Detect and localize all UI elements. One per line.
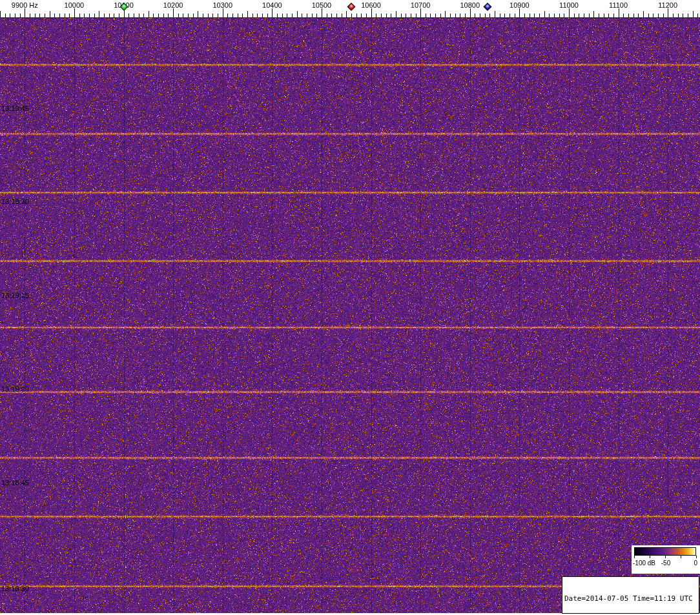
waterfall-spectrogram[interactable] bbox=[0, 18, 700, 613]
freq-label-10900: 10900 bbox=[510, 1, 530, 9]
freq-label-11000: 11000 bbox=[559, 1, 579, 9]
info-box: Date=2014-07-05 Time=11:19 UTC Freq=143 … bbox=[562, 576, 699, 614]
spectrogram-screen: 9900 Hz100001010010200103001040010500106… bbox=[0, 0, 700, 615]
freq-label-10700: 10700 bbox=[411, 1, 431, 9]
freq-label-10200: 10200 bbox=[163, 1, 183, 9]
freq-label-10500: 10500 bbox=[312, 1, 332, 9]
colorbar: -100 dB -50 0 bbox=[632, 545, 700, 574]
freq-label-9900: 9900 Hz bbox=[12, 1, 38, 9]
freq-label-10000: 10000 bbox=[65, 1, 85, 9]
colorbar-gradient bbox=[634, 547, 696, 556]
freq-label-10400: 10400 bbox=[262, 1, 282, 9]
colorbar-label-mid: -50 bbox=[661, 560, 670, 567]
freq-label-10800: 10800 bbox=[460, 1, 480, 9]
frequency-ruler: 9900 Hz100001010010200103001040010500106… bbox=[0, 0, 700, 18]
info-date-line: Date=2014-07-05 Time=11:19 UTC bbox=[564, 594, 697, 603]
freq-label-11100: 11100 bbox=[609, 1, 628, 9]
colorbar-label-min: -100 dB bbox=[633, 560, 655, 567]
freq-label-11200: 11200 bbox=[658, 1, 677, 9]
freq-label-10300: 10300 bbox=[212, 1, 232, 9]
freq-label-10600: 10600 bbox=[361, 1, 381, 9]
colorbar-label-max: 0 bbox=[694, 560, 697, 567]
